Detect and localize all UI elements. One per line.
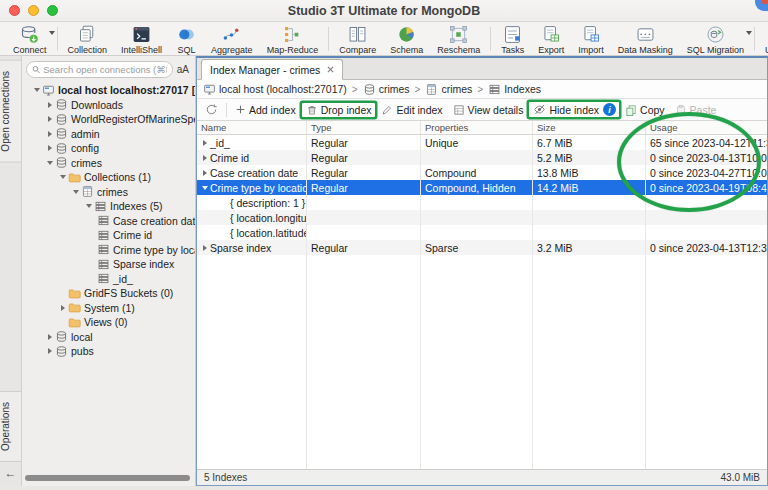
chevron-right-icon[interactable] <box>45 102 55 108</box>
horizontal-scrollbar[interactable] <box>25 475 190 481</box>
search-icon <box>32 65 40 74</box>
column-header-type[interactable]: Type <box>307 121 421 134</box>
chevron-down-icon[interactable] <box>58 175 68 179</box>
tree-item-indexes[interactable]: Indexes (5) <box>22 199 195 214</box>
collapse-icon[interactable] <box>200 186 210 190</box>
table-row-crime-id[interactable]: Crime id Regular 5.2 MiB 0 since 2023-04… <box>197 150 767 165</box>
match-case-toggle[interactable]: aA <box>177 64 191 75</box>
chevron-right-icon[interactable] <box>45 145 55 151</box>
toolbar-item-label: Import <box>578 45 604 55</box>
expand-icon[interactable] <box>200 155 210 161</box>
toolbar-import[interactable]: Import <box>571 22 611 55</box>
chevron-down-icon[interactable] <box>71 190 81 194</box>
toolbar-connect[interactable]: Connect <box>6 22 54 55</box>
expand-icon[interactable] <box>200 245 210 251</box>
table-row-id[interactable]: _id_ Regular Unique 6.7 MiB 65 since 202… <box>197 135 767 150</box>
tree-item-system[interactable]: System (1) <box>22 301 195 316</box>
tree-item-config[interactable]: config <box>22 141 195 156</box>
toolbar-schema[interactable]: Schema <box>383 22 430 55</box>
index-icon <box>97 229 110 242</box>
toolbar-collection[interactable]: Collection <box>61 22 115 55</box>
add-index-button[interactable]: Add index <box>231 103 300 117</box>
tree-item-pubs[interactable]: pubs <box>22 344 195 359</box>
expand-icon[interactable] <box>200 170 210 176</box>
view-details-button[interactable]: View details <box>449 103 528 117</box>
tab-operations[interactable]: Operations <box>0 391 21 462</box>
collapse-sidebar-icon[interactable]: ← <box>5 462 17 486</box>
table-subrow-location-latitude[interactable]: { location.latitude: 1 } <box>197 225 767 240</box>
tree-item-localhost[interactable]: local host localhost:27017 [direct] <box>22 83 195 98</box>
info-badge-icon[interactable]: i <box>603 103 616 116</box>
chevron-down-icon[interactable] <box>746 31 752 35</box>
table-header: Name Type Properties Size Usage <box>197 121 767 135</box>
chevron-right-icon[interactable] <box>45 334 55 340</box>
paste-button[interactable]: Paste <box>671 103 721 117</box>
minimize-window-button[interactable] <box>28 5 39 16</box>
toolbar-users[interactable]: Users <box>758 22 768 55</box>
tree-item-crimes-db[interactable]: crimes <box>22 156 195 171</box>
refresh-icon <box>205 103 218 116</box>
toolbar-compare[interactable]: Compare <box>332 22 383 55</box>
tree-item-crime-id[interactable]: Crime id <box>22 228 195 243</box>
chevron-down-icon[interactable] <box>49 31 55 35</box>
tree-item-gridfs-buckets[interactable]: GridFS Buckets (0) <box>22 286 195 301</box>
toolbar-sql[interactable]: SQL <box>169 22 204 55</box>
hide-index-button[interactable]: Hide index <box>532 103 600 116</box>
tree-item-crimes-collection[interactable]: crimes <box>22 185 195 200</box>
breadcrumb-connection[interactable]: local host (localhost:27017) <box>203 83 347 96</box>
toolbar-aggregate[interactable]: Aggregate <box>204 22 260 55</box>
tree-item-downloads[interactable]: Downloads <box>22 98 195 113</box>
tree-item-sparse-index[interactable]: Sparse index <box>22 257 195 272</box>
toolbar-sql-migration[interactable]: SQL Migration <box>680 22 751 55</box>
toolbar-tasks[interactable]: Tasks <box>494 22 531 55</box>
column-header-usage[interactable]: Usage <box>646 121 767 134</box>
search-connections-field[interactable] <box>26 61 173 78</box>
table-row-crime-type-by-location[interactable]: Crime type by location Regular Compound,… <box>197 180 767 195</box>
chevron-down-icon[interactable] <box>32 88 42 92</box>
tree-item-views[interactable]: Views (0) <box>22 315 195 330</box>
table-subrow-location-longitude[interactable]: { location.longitude: 1 } <box>197 210 767 225</box>
column-header-size[interactable]: Size <box>533 121 646 134</box>
edit-index-button[interactable]: Edit index <box>377 103 446 117</box>
toolbar-reschema[interactable]: Reschema <box>430 22 487 55</box>
copy-button[interactable]: Copy <box>621 103 669 117</box>
breadcrumb-separator: > <box>476 84 484 95</box>
zoom-window-button[interactable] <box>47 5 58 16</box>
tree-item-id[interactable]: _id_ <box>22 272 195 287</box>
toolbar-data-masking[interactable]: Data Masking <box>611 22 680 55</box>
table-empty-area <box>197 255 767 469</box>
chevron-right-icon[interactable] <box>58 305 68 311</box>
toolbar-map-reduce[interactable]: Map-Reduce <box>260 22 326 55</box>
close-window-button[interactable] <box>9 5 20 16</box>
tree-item-case-creation-date[interactable]: Case creation date <box>22 214 195 229</box>
breadcrumb-indexes[interactable]: Indexes <box>488 83 541 96</box>
table-row-sparse-index[interactable]: Sparse index Regular Sparse 3.2 MiB 0 si… <box>197 240 767 255</box>
close-icon[interactable] <box>327 66 334 73</box>
table-subrow-description[interactable]: { description: 1 } <box>197 195 767 210</box>
toolbar-export[interactable]: Export <box>531 22 571 55</box>
breadcrumb-collection[interactable]: crimes <box>425 83 472 96</box>
tab-index-manager[interactable]: Index Manager - crimes <box>201 59 343 80</box>
chevron-right-icon[interactable] <box>45 348 55 354</box>
chevron-down-icon[interactable] <box>84 204 94 208</box>
tree-item-worldregister[interactable]: WorldRegisterOfMarineSpecies <box>22 112 195 127</box>
tab-open-connections[interactable]: Open connections <box>0 60 21 163</box>
tree-item-collections[interactable]: Collections (1) <box>22 170 195 185</box>
chevron-right-icon[interactable] <box>45 116 55 122</box>
search-input[interactable] <box>43 64 167 75</box>
breadcrumb-database[interactable]: crimes <box>363 83 410 96</box>
import-icon <box>581 24 602 45</box>
column-header-name[interactable]: Name <box>197 121 307 134</box>
tree-item-local[interactable]: local <box>22 330 195 345</box>
tree-item-crime-type-by-location[interactable]: Crime type by location (hidden <box>22 243 195 258</box>
table-row-case-creation-date[interactable]: Case creation date Regular Compound 13.8… <box>197 165 767 180</box>
drop-index-button[interactable]: Drop index <box>302 103 376 117</box>
toolbar-intellishell[interactable]: IntelliShell <box>114 22 169 55</box>
column-header-properties[interactable]: Properties <box>421 121 533 134</box>
chevron-right-icon[interactable] <box>45 131 55 137</box>
host-icon <box>42 84 55 97</box>
chevron-down-icon[interactable] <box>45 161 55 165</box>
refresh-button[interactable] <box>201 102 222 117</box>
tree-item-admin[interactable]: admin <box>22 127 195 142</box>
expand-icon[interactable] <box>200 140 210 146</box>
